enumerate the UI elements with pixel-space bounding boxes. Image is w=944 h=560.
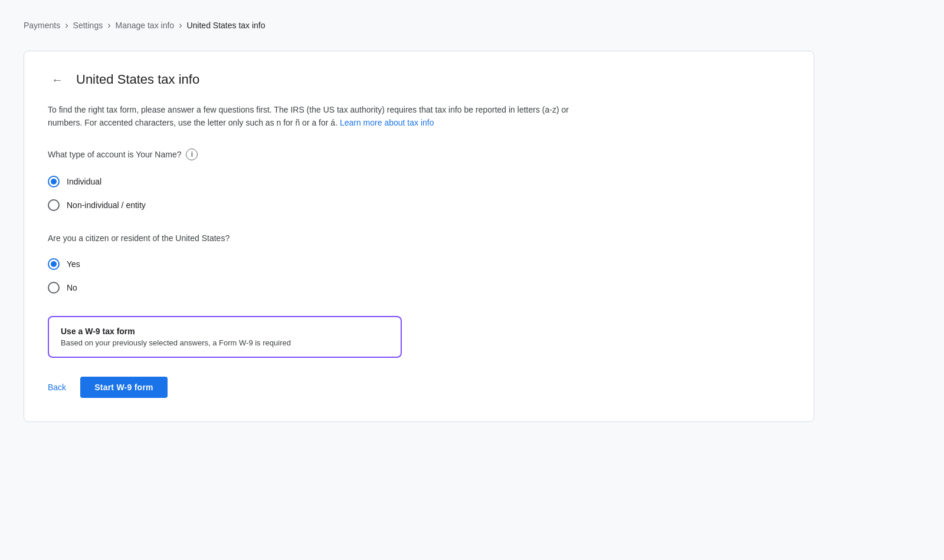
radio-yes[interactable] — [48, 258, 60, 270]
breadcrumb: Payments › Settings › Manage tax info › … — [24, 12, 920, 39]
question1-label: What type of account is Your Name? i — [48, 149, 790, 160]
breadcrumb-manage-tax-info[interactable]: Manage tax info — [116, 21, 175, 30]
breadcrumb-settings[interactable]: Settings — [73, 21, 103, 30]
w9-info-box: Use a W-9 tax form Based on your previou… — [48, 316, 402, 358]
question2-label: Are you a citizen or resident of the Uni… — [48, 233, 790, 243]
radio-no[interactable] — [48, 282, 60, 294]
question1-section: What type of account is Your Name? i Ind… — [48, 149, 790, 217]
question2-section: Are you a citizen or resident of the Uni… — [48, 233, 790, 299]
back-arrow-button[interactable]: ← — [48, 70, 67, 89]
page-header: ← United States tax info — [48, 70, 790, 89]
w9-box-title: Use a W-9 tax form — [61, 327, 389, 336]
breadcrumb-separator-3: › — [179, 20, 182, 31]
breadcrumb-separator-2: › — [107, 20, 110, 31]
page-title: United States tax info — [76, 72, 199, 87]
w9-box-description: Based on your previously selected answer… — [61, 338, 389, 347]
start-w9-button[interactable]: Start W-9 form — [80, 377, 168, 398]
action-buttons: Back Start W-9 form — [48, 377, 790, 398]
radio-non-individual[interactable] — [48, 199, 60, 211]
label-no: No — [67, 283, 77, 292]
radio-individual[interactable] — [48, 176, 60, 187]
main-card: ← United States tax info To find the rig… — [24, 51, 814, 422]
option-individual[interactable]: Individual — [48, 170, 790, 193]
option-no[interactable]: No — [48, 276, 790, 299]
question1-text: What type of account is Your Name? — [48, 150, 181, 159]
learn-more-link[interactable]: Learn more about tax info — [340, 118, 434, 127]
question2-radio-group: Yes No — [48, 252, 790, 299]
info-icon-q1[interactable]: i — [186, 149, 198, 160]
description-part1: To find the right tax form, please answe… — [48, 105, 569, 127]
breadcrumb-separator-1: › — [65, 20, 68, 31]
description-text: To find the right tax form, please answe… — [48, 103, 579, 130]
question2-text: Are you a citizen or resident of the Uni… — [48, 233, 230, 243]
option-yes[interactable]: Yes — [48, 252, 790, 276]
label-individual: Individual — [67, 177, 101, 186]
question1-radio-group: Individual Non-individual / entity — [48, 170, 790, 217]
back-button[interactable]: Back — [48, 378, 66, 397]
label-yes: Yes — [67, 259, 80, 269]
option-non-individual[interactable]: Non-individual / entity — [48, 193, 790, 217]
label-non-individual: Non-individual / entity — [67, 200, 146, 210]
breadcrumb-us-tax-info: United States tax info — [186, 21, 265, 30]
breadcrumb-payments[interactable]: Payments — [24, 21, 60, 30]
